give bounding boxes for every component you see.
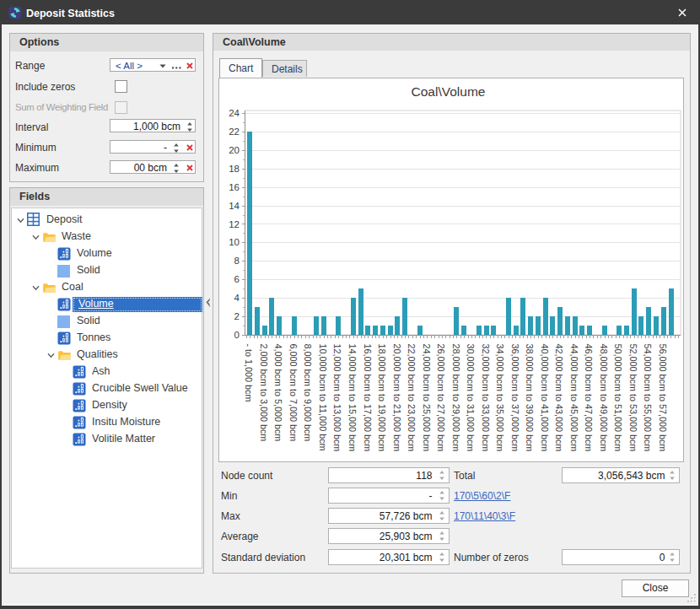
svg-text:10: 10 (229, 237, 240, 247)
svg-text:6: 6 (234, 274, 240, 284)
svg-text:44,000 bcm to 45,000 bcm: 44,000 bcm to 45,000 bcm (569, 344, 579, 452)
svg-text:28,000 bcm to 29,000 bcm: 28,000 bcm to 29,000 bcm (451, 344, 461, 452)
svg-text:18: 18 (229, 164, 240, 174)
svg-text:16: 16 (229, 182, 240, 192)
svg-text:2,000 bcm to 3,000 bcm: 2,000 bcm to 3,000 bcm (259, 344, 269, 442)
svg-text:6,000 bcm to 7,000 bcm: 6,000 bcm to 7,000 bcm (288, 344, 299, 442)
svg-text:52,000 bcm to 53,000 bcm: 52,000 bcm to 53,000 bcm (628, 344, 638, 452)
svg-text:14,000 bcm to 15,000 bcm: 14,000 bcm to 15,000 bcm (347, 344, 358, 452)
svg-text:- to 1,000 bcm: - to 1,000 bcm (244, 344, 254, 402)
svg-text:10,000 bcm to 11,000 bcm: 10,000 bcm to 11,000 bcm (318, 344, 328, 451)
svg-text:14: 14 (229, 201, 240, 211)
svg-text:22: 22 (229, 127, 240, 137)
svg-text:34,000 bcm to 35,000 bcm: 34,000 bcm to 35,000 bcm (495, 344, 505, 452)
svg-text:12: 12 (229, 219, 240, 229)
svg-text:0: 0 (234, 330, 240, 340)
svg-text:24,000 bcm to 25,000 bcm: 24,000 bcm to 25,000 bcm (422, 344, 432, 452)
svg-text:4: 4 (234, 293, 240, 303)
svg-text:48,000 bcm to 49,000 bcm: 48,000 bcm to 49,000 bcm (599, 344, 609, 452)
svg-text:18,000 bcm to 19,000 bcm: 18,000 bcm to 19,000 bcm (377, 344, 387, 452)
svg-text:2: 2 (234, 311, 240, 321)
svg-text:54,000 bcm to 55,000 bcm: 54,000 bcm to 55,000 bcm (643, 344, 653, 452)
svg-text:8,000 bcm to 9,000 bcm: 8,000 bcm to 9,000 bcm (303, 344, 313, 442)
svg-text:38,000 bcm to 39,000 bcm: 38,000 bcm to 39,000 bcm (525, 344, 535, 452)
svg-text:36,000 bcm to 37,000 bcm: 36,000 bcm to 37,000 bcm (510, 344, 520, 452)
svg-text:16,000 bcm to 17,000 bcm: 16,000 bcm to 17,000 bcm (363, 344, 373, 452)
svg-text:26,000 bcm to 27,000 bcm: 26,000 bcm to 27,000 bcm (436, 344, 446, 452)
svg-text:50,000 bcm to 51,000 bcm: 50,000 bcm to 51,000 bcm (613, 344, 623, 452)
svg-text:40,000 bcm to 41,000 bcm: 40,000 bcm to 41,000 bcm (540, 344, 550, 452)
svg-text:42,000 bcm to 43,000 bcm: 42,000 bcm to 43,000 bcm (554, 344, 564, 452)
svg-text:4,000 bcm to 5,000 bcm: 4,000 bcm to 5,000 bcm (273, 344, 283, 442)
svg-text:22,000 bcm to 23,000 bcm: 22,000 bcm to 23,000 bcm (407, 344, 417, 452)
svg-text:56,000 bcm to 57,000 bcm: 56,000 bcm to 57,000 bcm (658, 344, 668, 452)
svg-text:8: 8 (234, 256, 240, 266)
svg-text:46,000 bcm to 47,000 bcm: 46,000 bcm to 47,000 bcm (584, 344, 594, 452)
svg-text:30,000 bcm to 31,000 bcm: 30,000 bcm to 31,000 bcm (466, 344, 476, 452)
svg-text:20,000 bcm to 21,000 bcm: 20,000 bcm to 21,000 bcm (392, 344, 402, 452)
svg-text:24: 24 (229, 108, 240, 118)
svg-text:20: 20 (229, 145, 240, 155)
svg-text:32,000 bcm to 33,000 bcm: 32,000 bcm to 33,000 bcm (481, 344, 491, 452)
svg-text:12,000 bcm to 13,000 bcm: 12,000 bcm to 13,000 bcm (332, 344, 342, 452)
